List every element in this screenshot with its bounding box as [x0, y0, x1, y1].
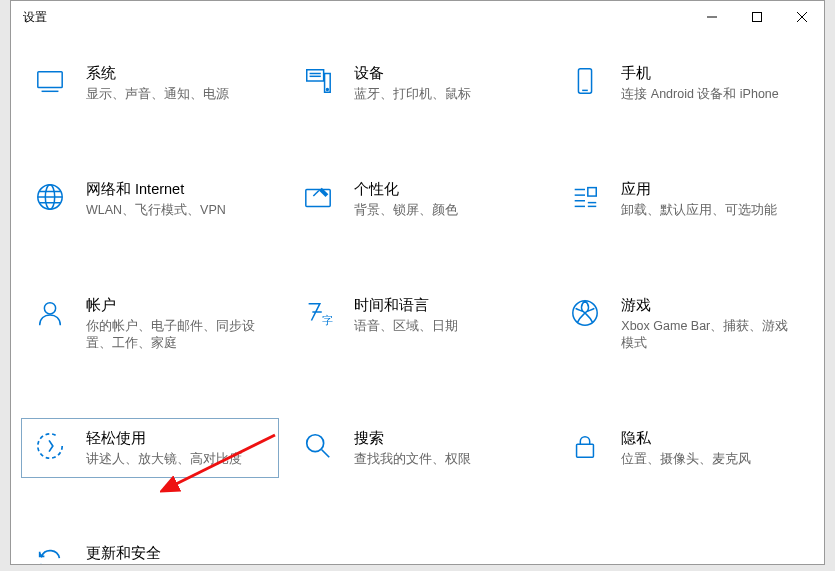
tile-desc: 位置、摄像头、麦克风 [621, 451, 801, 468]
tile-desc: 卸载、默认应用、可选功能 [621, 202, 801, 219]
tile-desc: Xbox Game Bar、捕获、游戏模式 [621, 318, 801, 352]
tile-desc: 连接 Android 设备和 iPhone [621, 86, 801, 103]
close-icon [796, 11, 808, 23]
svg-point-28 [306, 434, 323, 451]
tile-title: 轻松使用 [86, 429, 266, 448]
svg-rect-1 [752, 13, 761, 22]
time-language-icon: 字 [302, 298, 334, 330]
tile-text: 网络和 Internet WLAN、飞行模式、VPN [86, 180, 266, 219]
tile-accounts[interactable]: 帐户 你的帐户、电子邮件、同步设置、工作、家庭 [21, 285, 279, 363]
svg-text:字: 字 [321, 314, 332, 326]
maximize-button[interactable] [734, 1, 779, 33]
tile-text: 搜索 查找我的文件、权限 [354, 429, 534, 468]
tile-title: 帐户 [86, 296, 266, 315]
window-title: 设置 [23, 9, 47, 26]
tile-title: 时间和语言 [354, 296, 534, 315]
tile-title: 搜索 [354, 429, 534, 448]
phone-icon [569, 66, 601, 98]
tile-text: 设备 蓝牙、打印机、鼠标 [354, 64, 534, 103]
svg-point-10 [326, 89, 328, 91]
tile-title: 设备 [354, 64, 534, 83]
svg-rect-4 [38, 72, 62, 88]
tile-gaming[interactable]: 游戏 Xbox Game Bar、捕获、游戏模式 [556, 285, 814, 363]
ease-of-access-icon [34, 431, 66, 463]
svg-line-17 [313, 190, 319, 196]
maximize-icon [751, 11, 763, 23]
tile-text: 游戏 Xbox Game Bar、捕获、游戏模式 [621, 296, 801, 352]
apps-icon [569, 182, 601, 214]
tile-title: 隐私 [621, 429, 801, 448]
tile-privacy[interactable]: 隐私 位置、摄像头、麦克风 [556, 418, 814, 479]
tile-desc: 蓝牙、打印机、鼠标 [354, 86, 534, 103]
tile-network[interactable]: 网络和 Internet WLAN、飞行模式、VPN [21, 169, 279, 230]
tile-time-language[interactable]: 字 时间和语言 语音、区域、日期 [289, 285, 547, 363]
tile-text: 个性化 背景、锁屏、颜色 [354, 180, 534, 219]
tile-text: 手机 连接 Android 设备和 iPhone [621, 64, 801, 103]
personalization-icon [302, 182, 334, 214]
minimize-icon [706, 11, 718, 23]
tile-text: 更新和安全 Windows 更新、恢复、备份 [86, 544, 266, 564]
search-icon [302, 431, 334, 463]
tile-title: 应用 [621, 180, 801, 199]
tile-text: 时间和语言 语音、区域、日期 [354, 296, 534, 352]
tile-text: 应用 卸载、默认应用、可选功能 [621, 180, 801, 219]
tile-title: 更新和安全 [86, 544, 266, 563]
tile-title: 手机 [621, 64, 801, 83]
tile-desc: 你的帐户、电子邮件、同步设置、工作、家庭 [86, 318, 266, 352]
gaming-icon [569, 298, 601, 330]
minimize-button[interactable] [689, 1, 734, 33]
tile-desc: 讲述人、放大镜、高对比度 [86, 451, 266, 468]
tile-devices[interactable]: 设备 蓝牙、打印机、鼠标 [289, 53, 547, 114]
titlebar: 设置 [11, 1, 824, 33]
tile-title: 个性化 [354, 180, 534, 199]
svg-line-29 [321, 449, 329, 457]
svg-rect-22 [588, 188, 596, 196]
tile-phone[interactable]: 手机 连接 Android 设备和 iPhone [556, 53, 814, 114]
tile-apps[interactable]: 应用 卸载、默认应用、可选功能 [556, 169, 814, 230]
window-controls [689, 1, 824, 33]
svg-rect-30 [577, 444, 594, 457]
svg-rect-11 [579, 69, 592, 93]
privacy-icon [569, 431, 601, 463]
accounts-icon [34, 298, 66, 330]
settings-grid: 系统 显示、声音、通知、电源 设备 蓝牙、打印机、鼠标 手机 连接 Androi… [11, 33, 824, 564]
settings-window: 设置 系统 显示、声音、通知、电源 [10, 0, 825, 565]
tile-title: 网络和 Internet [86, 180, 266, 199]
tile-title: 游戏 [621, 296, 801, 315]
devices-icon [302, 66, 334, 98]
tile-search[interactable]: 搜索 查找我的文件、权限 [289, 418, 547, 479]
system-icon [34, 66, 66, 98]
network-icon [34, 182, 66, 214]
tile-personalization[interactable]: 个性化 背景、锁屏、颜色 [289, 169, 547, 230]
svg-rect-6 [306, 70, 323, 81]
tile-ease-of-access[interactable]: 轻松使用 讲述人、放大镜、高对比度 [21, 418, 279, 479]
tile-desc: 语音、区域、日期 [354, 318, 534, 335]
tile-text: 帐户 你的帐户、电子邮件、同步设置、工作、家庭 [86, 296, 266, 352]
tile-desc: 查找我的文件、权限 [354, 451, 534, 468]
tile-desc: WLAN、飞行模式、VPN [86, 202, 266, 219]
update-security-icon [34, 546, 66, 564]
tile-desc: 显示、声音、通知、电源 [86, 86, 266, 103]
tile-desc: 背景、锁屏、颜色 [354, 202, 534, 219]
tile-system[interactable]: 系统 显示、声音、通知、电源 [21, 53, 279, 114]
tile-text: 轻松使用 讲述人、放大镜、高对比度 [86, 429, 266, 468]
tile-text: 隐私 位置、摄像头、麦克风 [621, 429, 801, 468]
close-button[interactable] [779, 1, 824, 33]
tile-text: 系统 显示、声音、通知、电源 [86, 64, 266, 103]
tile-update-security[interactable]: 更新和安全 Windows 更新、恢复、备份 [21, 533, 279, 564]
tile-title: 系统 [86, 64, 266, 83]
svg-point-25 [44, 302, 55, 313]
